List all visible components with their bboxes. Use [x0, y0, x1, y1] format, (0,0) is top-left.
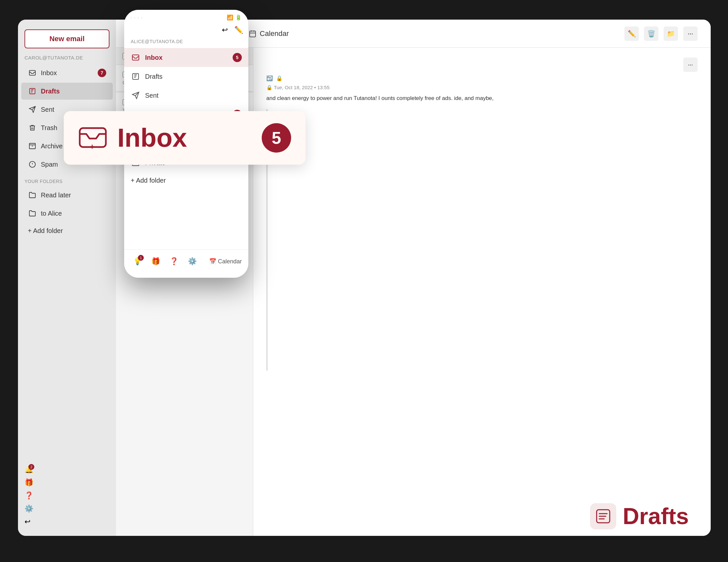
desktop-screen: New email CAROL@TUTANOTA.DE Inbox 7 Draf…: [18, 20, 711, 536]
folder-button[interactable]: 📁: [664, 26, 678, 41]
svg-rect-12: [132, 55, 139, 60]
phone-reply-icon[interactable]: ↩: [222, 26, 228, 34]
phone-status-bar: · · · · 📶 🔋: [124, 10, 248, 23]
email-body: and clean energy to power and run Tutano…: [266, 94, 698, 103]
email-content-area: [266, 109, 698, 371]
notification-badge: 2: [28, 464, 34, 470]
reader-more-button[interactable]: ···: [683, 58, 698, 72]
phone-notifications-btn[interactable]: 💡 1: [131, 255, 144, 268]
email-date: 🔒 Tue, Oct 18, 2022 • 13:55: [266, 85, 698, 91]
inbox-tooltip-badge: 5: [262, 123, 291, 153]
inbox-tooltip-icon: +: [78, 125, 108, 151]
phone-help-btn[interactable]: ❓: [167, 255, 180, 268]
sidebar-item-drafts[interactable]: Drafts: [21, 83, 113, 100]
trash-icon: [28, 123, 37, 132]
svg-text:+: +: [90, 142, 94, 151]
phone-drafts-icon: [131, 72, 141, 81]
phone-nav-drafts[interactable]: Drafts: [124, 67, 248, 86]
sidebar-settings[interactable]: ⚙️: [25, 504, 109, 513]
delete-button[interactable]: 🗑️: [644, 26, 658, 41]
edit-button[interactable]: ✏️: [624, 26, 639, 41]
svg-rect-8: [250, 31, 256, 37]
inbox-icon: [28, 68, 37, 77]
inbox-tooltip: + Inbox 5: [64, 111, 306, 165]
phone-account: ALICE@TUTANOTA.DE: [124, 37, 248, 48]
spam-icon: [28, 160, 37, 169]
inbox-badge: 7: [98, 69, 106, 77]
phone-notif-badge: 1: [138, 255, 144, 261]
more-button[interactable]: ···: [683, 26, 698, 41]
reply-icon: ↩️: [266, 75, 273, 81]
drafts-tooltip: Drafts: [590, 503, 689, 529]
folder-icon: [28, 190, 37, 200]
phone-nav-inbox[interactable]: Inbox 5: [124, 48, 248, 67]
lock-icon: 🔒: [276, 75, 283, 81]
wifi-icon: 📶: [227, 14, 233, 21]
phone-inbox-icon: [131, 53, 141, 62]
drafts-icon: [28, 87, 37, 96]
sent-icon: [28, 105, 37, 114]
status-dots: · · · ·: [131, 15, 143, 20]
inbox-tooltip-text: Inbox: [117, 123, 252, 153]
sidebar-item-inbox[interactable]: Inbox 7: [21, 64, 113, 81]
phone-compose-icon[interactable]: ✏️: [234, 26, 243, 34]
folder-icon-2: [28, 209, 37, 218]
new-email-button[interactable]: New email: [25, 29, 109, 48]
sidebar-help[interactable]: ❓: [25, 491, 109, 500]
add-folder-button[interactable]: + Add folder: [21, 223, 113, 239]
svg-rect-2: [29, 143, 35, 145]
phone-settings-btn[interactable]: ⚙️: [186, 255, 199, 268]
sidebar-item-read-later[interactable]: Read later: [21, 187, 113, 204]
sidebar-notifications[interactable]: 🔔 2: [25, 465, 109, 474]
phone-bottom-nav: 💡 1 🎁 ❓ ⚙️ 📅 Calendar: [124, 249, 248, 278]
status-icons: 📶 🔋: [227, 14, 242, 21]
phone-sent-icon: [131, 91, 141, 100]
archive-icon: [28, 141, 37, 151]
phone-nav-sent[interactable]: Sent: [124, 86, 248, 105]
tab-calendar[interactable]: Calendar: [243, 27, 294, 41]
phone-gift-btn[interactable]: 🎁: [149, 255, 162, 268]
phone-add-folder[interactable]: + Add folder: [124, 172, 248, 189]
email-reader: ··· ↩️ 🔒 🔒 Tue, Oct 18, 2022 • 13:55 and…: [253, 48, 711, 536]
drafts-tooltip-icon: [590, 503, 616, 529]
phone-inbox-badge: 5: [233, 53, 242, 62]
account-label: CAROL@TUTANOTA.DE: [18, 55, 116, 64]
sidebar-item-to-alice[interactable]: to Alice: [21, 205, 113, 222]
folders-section-label: YOUR FOLDERS: [18, 174, 116, 186]
sidebar: New email CAROL@TUTANOTA.DE Inbox 7 Draf…: [18, 20, 116, 536]
lock-icon-2: 🔒: [266, 85, 273, 90]
sidebar-gift[interactable]: 🎁: [25, 478, 109, 487]
phone-calendar-label[interactable]: 📅 Calendar: [209, 255, 242, 268]
svg-rect-0: [29, 71, 35, 75]
sidebar-logout[interactable]: ↩: [25, 518, 109, 526]
battery-icon: 🔋: [235, 14, 242, 21]
drafts-tooltip-text: Drafts: [623, 503, 689, 529]
